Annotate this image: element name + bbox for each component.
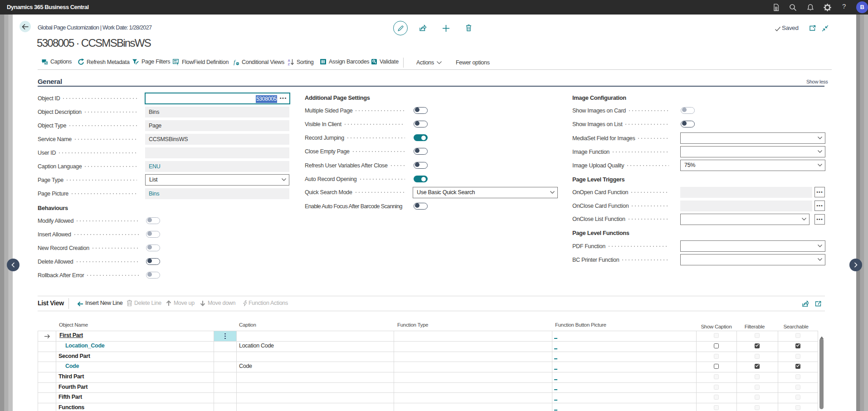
svg-text:f: f <box>234 59 236 65</box>
svg-text:Z: Z <box>288 62 290 65</box>
